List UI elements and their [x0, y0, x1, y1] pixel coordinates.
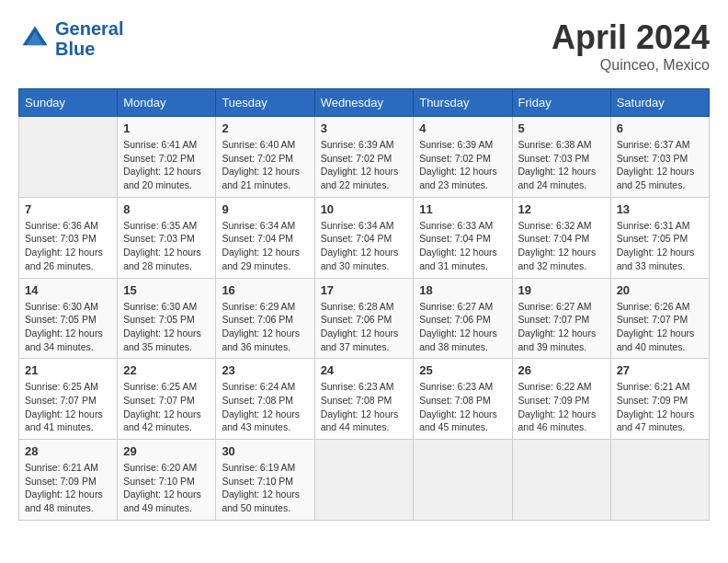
day-number: 11: [419, 202, 506, 216]
calendar-cell: 9Sunrise: 6:34 AM Sunset: 7:04 PM Daylig…: [216, 197, 314, 278]
day-info: Sunrise: 6:26 AM Sunset: 7:07 PM Dayligh…: [617, 300, 703, 354]
calendar-cell: [512, 440, 610, 521]
calendar-cell: 29Sunrise: 6:20 AM Sunset: 7:10 PM Dayli…: [118, 440, 216, 521]
calendar-cell: [610, 440, 709, 521]
calendar-cell: 13Sunrise: 6:31 AM Sunset: 7:05 PM Dayli…: [610, 197, 709, 278]
day-info: Sunrise: 6:35 AM Sunset: 7:03 PM Dayligh…: [123, 219, 210, 273]
day-number: 22: [123, 363, 210, 377]
calendar-cell: 10Sunrise: 6:34 AM Sunset: 7:04 PM Dayli…: [314, 197, 414, 278]
day-number: 12: [518, 202, 605, 216]
calendar-cell: 14Sunrise: 6:30 AM Sunset: 7:05 PM Dayli…: [19, 278, 118, 359]
calendar-cell: 16Sunrise: 6:29 AM Sunset: 7:06 PM Dayli…: [216, 278, 314, 359]
calendar-cell: 1Sunrise: 6:41 AM Sunset: 7:02 PM Daylig…: [118, 117, 216, 198]
calendar-cell: 15Sunrise: 6:30 AM Sunset: 7:05 PM Dayli…: [118, 278, 216, 359]
title-area: April 2024 Quinceo, Mexico: [552, 18, 710, 74]
calendar-cell: 18Sunrise: 6:27 AM Sunset: 7:06 PM Dayli…: [414, 278, 512, 359]
day-number: 5: [518, 121, 605, 135]
day-number: 26: [518, 363, 605, 377]
header-friday: Friday: [512, 89, 610, 117]
day-info: Sunrise: 6:27 AM Sunset: 7:07 PM Dayligh…: [518, 300, 605, 354]
day-info: Sunrise: 6:34 AM Sunset: 7:04 PM Dayligh…: [222, 219, 308, 273]
day-number: 19: [518, 283, 605, 297]
day-number: 4: [419, 121, 506, 135]
calendar-cell: 17Sunrise: 6:28 AM Sunset: 7:06 PM Dayli…: [314, 278, 414, 359]
day-info: Sunrise: 6:33 AM Sunset: 7:04 PM Dayligh…: [419, 219, 506, 273]
calendar-cell: 11Sunrise: 6:33 AM Sunset: 7:04 PM Dayli…: [414, 197, 512, 278]
day-number: 8: [123, 202, 210, 216]
day-info: Sunrise: 6:23 AM Sunset: 7:08 PM Dayligh…: [419, 380, 506, 434]
calendar-cell: 2Sunrise: 6:40 AM Sunset: 7:02 PM Daylig…: [216, 117, 314, 198]
day-number: 7: [25, 202, 111, 216]
calendar-cell: 7Sunrise: 6:36 AM Sunset: 7:03 PM Daylig…: [19, 197, 118, 278]
day-info: Sunrise: 6:27 AM Sunset: 7:06 PM Dayligh…: [419, 300, 506, 354]
day-number: 27: [617, 363, 703, 377]
day-info: Sunrise: 6:34 AM Sunset: 7:04 PM Dayligh…: [321, 219, 408, 273]
calendar-cell: 19Sunrise: 6:27 AM Sunset: 7:07 PM Dayli…: [512, 278, 610, 359]
week-row-1: 7Sunrise: 6:36 AM Sunset: 7:03 PM Daylig…: [19, 197, 710, 278]
day-info: Sunrise: 6:29 AM Sunset: 7:06 PM Dayligh…: [222, 300, 308, 354]
week-row-4: 28Sunrise: 6:21 AM Sunset: 7:09 PM Dayli…: [19, 440, 710, 521]
logo-text: General Blue: [55, 18, 123, 59]
day-info: Sunrise: 6:38 AM Sunset: 7:03 PM Dayligh…: [518, 138, 605, 192]
logo-line1: General: [55, 18, 123, 39]
calendar-subtitle: Quinceo, Mexico: [552, 57, 710, 74]
day-info: Sunrise: 6:30 AM Sunset: 7:05 PM Dayligh…: [25, 300, 111, 354]
page-header: General Blue April 2024 Quinceo, Mexico: [18, 18, 710, 74]
header-thursday: Thursday: [414, 89, 512, 117]
calendar-cell: 28Sunrise: 6:21 AM Sunset: 7:09 PM Dayli…: [19, 440, 118, 521]
calendar-cell: 30Sunrise: 6:19 AM Sunset: 7:10 PM Dayli…: [216, 440, 314, 521]
day-info: Sunrise: 6:32 AM Sunset: 7:04 PM Dayligh…: [518, 219, 605, 273]
header-wednesday: Wednesday: [314, 89, 414, 117]
calendar-cell: 22Sunrise: 6:25 AM Sunset: 7:07 PM Dayli…: [118, 359, 216, 440]
calendar-cell: 6Sunrise: 6:37 AM Sunset: 7:03 PM Daylig…: [610, 117, 709, 198]
day-number: 16: [222, 283, 308, 297]
day-info: Sunrise: 6:22 AM Sunset: 7:09 PM Dayligh…: [518, 380, 605, 434]
day-info: Sunrise: 6:23 AM Sunset: 7:08 PM Dayligh…: [321, 380, 408, 434]
header-monday: Monday: [118, 89, 216, 117]
day-number: 17: [321, 283, 408, 297]
day-info: Sunrise: 6:25 AM Sunset: 7:07 PM Dayligh…: [25, 380, 111, 434]
day-number: 18: [419, 283, 506, 297]
day-number: 13: [617, 202, 703, 216]
calendar-cell: 12Sunrise: 6:32 AM Sunset: 7:04 PM Dayli…: [512, 197, 610, 278]
day-number: 2: [222, 121, 308, 135]
header-row: SundayMondayTuesdayWednesdayThursdayFrid…: [19, 89, 710, 117]
day-number: 20: [617, 283, 703, 297]
day-number: 15: [123, 283, 210, 297]
calendar-cell: 23Sunrise: 6:24 AM Sunset: 7:08 PM Dayli…: [216, 359, 314, 440]
day-info: Sunrise: 6:30 AM Sunset: 7:05 PM Dayligh…: [123, 300, 210, 354]
day-info: Sunrise: 6:40 AM Sunset: 7:02 PM Dayligh…: [222, 138, 308, 192]
calendar-title: April 2024: [552, 18, 710, 57]
calendar-cell: [19, 117, 118, 198]
day-info: Sunrise: 6:21 AM Sunset: 7:09 PM Dayligh…: [617, 380, 703, 434]
day-info: Sunrise: 6:28 AM Sunset: 7:06 PM Dayligh…: [321, 300, 408, 354]
day-info: Sunrise: 6:31 AM Sunset: 7:05 PM Dayligh…: [617, 219, 703, 273]
day-number: 23: [222, 363, 308, 377]
day-info: Sunrise: 6:21 AM Sunset: 7:09 PM Dayligh…: [25, 461, 111, 515]
day-info: Sunrise: 6:25 AM Sunset: 7:07 PM Dayligh…: [123, 380, 210, 434]
day-number: 3: [321, 121, 408, 135]
day-number: 14: [25, 283, 111, 297]
day-info: Sunrise: 6:39 AM Sunset: 7:02 PM Dayligh…: [321, 138, 408, 192]
day-info: Sunrise: 6:41 AM Sunset: 7:02 PM Dayligh…: [123, 138, 210, 192]
calendar-table: SundayMondayTuesdayWednesdayThursdayFrid…: [18, 88, 710, 521]
day-info: Sunrise: 6:20 AM Sunset: 7:10 PM Dayligh…: [123, 461, 210, 515]
calendar-cell: 25Sunrise: 6:23 AM Sunset: 7:08 PM Dayli…: [414, 359, 512, 440]
calendar-cell: 20Sunrise: 6:26 AM Sunset: 7:07 PM Dayli…: [610, 278, 709, 359]
logo: General Blue: [18, 18, 123, 59]
day-number: 1: [123, 121, 210, 135]
calendar-cell: 4Sunrise: 6:39 AM Sunset: 7:02 PM Daylig…: [414, 117, 512, 198]
day-number: 25: [419, 363, 506, 377]
day-number: 21: [25, 363, 111, 377]
day-number: 29: [123, 444, 210, 458]
day-number: 6: [617, 121, 703, 135]
calendar-cell: 24Sunrise: 6:23 AM Sunset: 7:08 PM Dayli…: [314, 359, 414, 440]
header-saturday: Saturday: [610, 89, 709, 117]
logo-icon: [18, 22, 51, 55]
week-row-2: 14Sunrise: 6:30 AM Sunset: 7:05 PM Dayli…: [19, 278, 710, 359]
week-row-0: 1Sunrise: 6:41 AM Sunset: 7:02 PM Daylig…: [19, 117, 710, 198]
day-number: 10: [321, 202, 408, 216]
header-tuesday: Tuesday: [216, 89, 314, 117]
header-sunday: Sunday: [19, 89, 118, 117]
day-info: Sunrise: 6:37 AM Sunset: 7:03 PM Dayligh…: [617, 138, 703, 192]
